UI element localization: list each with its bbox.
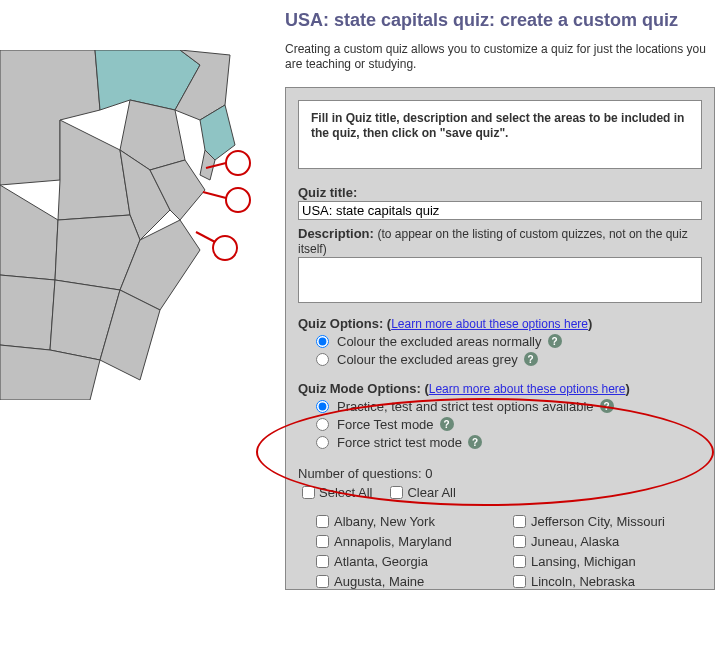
description-label: Description: (to appear on the listing o… [298, 226, 702, 256]
quiz-options-heading: Quiz Options: (Learn more about these op… [298, 316, 702, 331]
clear-all-checkbox[interactable]: Clear All [390, 485, 455, 500]
num-questions-label: Number of questions: 0 [298, 466, 702, 481]
mode-force-strict-label: Force strict test mode [337, 435, 462, 450]
page-title: USA: state capitals quiz: create a custo… [285, 10, 715, 32]
location-checkbox[interactable]: Lansing, Michigan [513, 554, 702, 569]
location-checkbox[interactable]: Albany, New York [316, 514, 505, 529]
svg-point-4 [213, 236, 237, 260]
mode-force-strict-radio[interactable] [316, 436, 329, 449]
locations-column-1: Albany, New York Annapolis, Maryland Atl… [316, 514, 505, 589]
mode-practice-radio[interactable] [316, 400, 329, 413]
quiz-title-input[interactable] [298, 201, 702, 220]
help-icon[interactable]: ? [600, 399, 614, 413]
svg-point-2 [226, 188, 250, 212]
location-checkbox[interactable]: Jefferson City, Missouri [513, 514, 702, 529]
colour-normal-radio[interactable] [316, 335, 329, 348]
locations-column-2: Jefferson City, Missouri Juneau, Alaska … [513, 514, 702, 589]
help-icon[interactable]: ? [440, 417, 454, 431]
location-checkbox[interactable]: Augusta, Maine [316, 574, 505, 589]
location-checkbox[interactable]: Annapolis, Maryland [316, 534, 505, 549]
quiz-title-label: Quiz title: [298, 185, 702, 200]
svg-line-5 [196, 232, 215, 242]
description-textarea[interactable] [298, 257, 702, 303]
svg-point-0 [226, 151, 250, 175]
colour-grey-radio[interactable] [316, 353, 329, 366]
select-all-checkbox[interactable]: Select All [302, 485, 372, 500]
map-illustration [0, 50, 265, 400]
location-checkbox[interactable]: Lincoln, Nebraska [513, 574, 702, 589]
quiz-mode-heading: Quiz Mode Options: (Learn more about the… [298, 381, 702, 396]
colour-grey-label: Colour the excluded areas grey [337, 352, 518, 367]
help-icon[interactable]: ? [524, 352, 538, 366]
mode-force-test-radio[interactable] [316, 418, 329, 431]
location-checkbox[interactable]: Atlanta, Georgia [316, 554, 505, 569]
location-checkbox[interactable]: Juneau, Alaska [513, 534, 702, 549]
intro-text: Creating a custom quiz allows you to cus… [285, 42, 715, 73]
mode-force-test-label: Force Test mode [337, 417, 434, 432]
mode-practice-label: Practice, test and strict test options a… [337, 399, 594, 414]
quiz-options-learn-link[interactable]: Learn more about these options here [391, 317, 588, 331]
quiz-mode-learn-link[interactable]: Learn more about these options here [429, 382, 626, 396]
help-icon[interactable]: ? [468, 435, 482, 449]
help-icon[interactable]: ? [548, 334, 562, 348]
svg-line-3 [203, 192, 226, 198]
custom-quiz-panel: Fill in Quiz title, description and sele… [285, 87, 715, 590]
colour-normal-label: Colour the excluded areas normally [337, 334, 542, 349]
instruction-box: Fill in Quiz title, description and sele… [298, 100, 702, 169]
